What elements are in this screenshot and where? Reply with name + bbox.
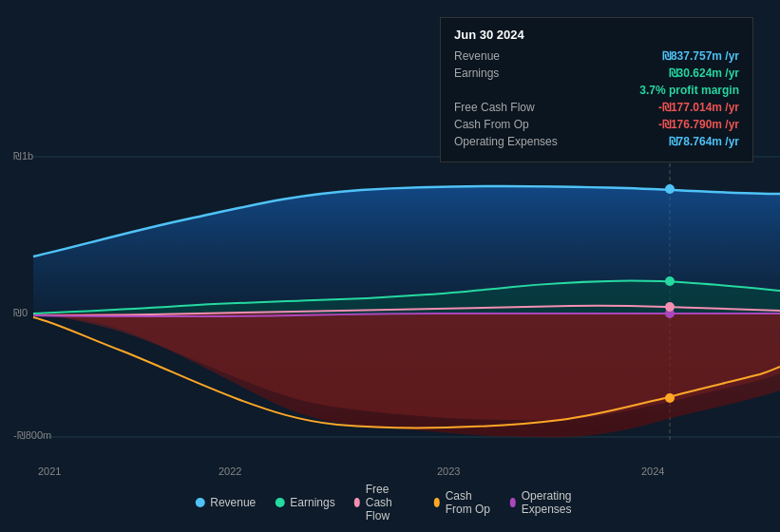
legend-item-revenue[interactable]: Revenue (195, 496, 256, 509)
tooltip-cashop-value: -₪176.790m /yr (658, 118, 739, 131)
legend-label-cashop: Cash From Op (446, 489, 491, 516)
tooltip-opex-label: Operating Expenses (454, 135, 568, 148)
tooltip-cashop-label: Cash From Op (454, 118, 568, 131)
y-label-top: ₪1b (13, 150, 33, 162)
x-label-2024: 2024 (641, 466, 664, 477)
x-label-2022: 2022 (219, 466, 241, 477)
tooltip-revenue-label: Revenue (454, 49, 568, 63)
tooltip-row-cashop: Cash From Op -₪176.790m /yr (454, 118, 739, 131)
legend-dot-opex (510, 498, 516, 507)
tooltip-margin-note: 3.7% profit margin (454, 84, 739, 97)
tooltip-opex-value: ₪78.764m /yr (669, 135, 739, 148)
y-label-mid: ₪0 (13, 307, 28, 319)
legend-label-opex: Operating Expenses (522, 489, 585, 516)
svg-point-9 (665, 302, 675, 312)
tooltip-earnings-value: ₪30.624m /yr (669, 66, 739, 80)
svg-point-6 (665, 276, 675, 286)
tooltip-date: Jun 30 2024 (454, 28, 739, 42)
legend-dot-cashop (434, 498, 440, 507)
tooltip-row-revenue: Revenue ₪837.757m /yr (454, 49, 739, 63)
legend: Revenue Earnings Free Cash Flow Cash Fro… (195, 483, 585, 522)
tooltip-row-opex: Operating Expenses ₪78.764m /yr (454, 135, 739, 148)
legend-label-revenue: Revenue (210, 496, 256, 509)
svg-point-5 (665, 184, 675, 194)
legend-label-fcf: Free Cash Flow (366, 483, 415, 522)
x-label-2021: 2021 (38, 466, 61, 477)
tooltip-fcf-label: Free Cash Flow (454, 101, 568, 114)
tooltip-revenue-value: ₪837.757m /yr (662, 49, 739, 63)
svg-point-7 (665, 393, 675, 403)
legend-dot-revenue (195, 498, 204, 507)
legend-item-cashop[interactable]: Cash From Op (434, 489, 491, 516)
legend-label-earnings: Earnings (290, 496, 334, 509)
legend-item-earnings[interactable]: Earnings (275, 496, 334, 509)
tooltip-fcf-value: -₪177.014m /yr (658, 101, 739, 114)
x-label-2023: 2023 (437, 466, 460, 477)
legend-item-fcf[interactable]: Free Cash Flow (354, 483, 415, 522)
legend-dot-earnings (275, 498, 284, 507)
legend-item-opex[interactable]: Operating Expenses (510, 489, 585, 516)
tooltip-earnings-label: Earnings (454, 66, 568, 80)
legend-dot-fcf (354, 498, 360, 507)
tooltip-row-earnings: Earnings ₪30.624m /yr (454, 66, 739, 80)
tooltip-row-fcf: Free Cash Flow -₪177.014m /yr (454, 101, 739, 114)
chart-container: ₪1b ₪0 -₪800m 2021 2022 2023 2024 Jun 30… (0, 0, 780, 532)
tooltip-panel: Jun 30 2024 Revenue ₪837.757m /yr Earnin… (440, 17, 753, 162)
y-label-bottom: -₪800m (13, 429, 51, 442)
